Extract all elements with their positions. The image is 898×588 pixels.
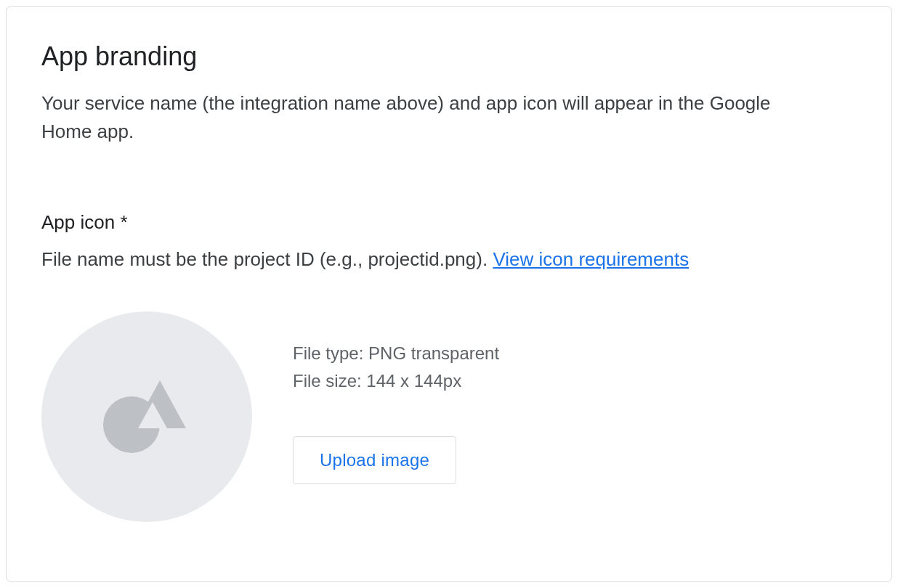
app-icon-placeholder <box>41 311 252 522</box>
upload-image-button[interactable]: Upload image <box>293 436 456 484</box>
upload-details: File type: PNG transparent File size: 14… <box>293 311 499 484</box>
app-icon-field: App icon * File name must be the project… <box>41 211 857 522</box>
app-branding-card: App branding Your service name (the inte… <box>6 6 892 582</box>
section-description: Your service name (the integration name … <box>41 89 804 146</box>
upload-row: File type: PNG transparent File size: 14… <box>41 311 857 522</box>
section-title: App branding <box>41 41 857 72</box>
app-icon-label: App icon * <box>41 211 857 234</box>
app-icon-hint-text: File name must be the project ID (e.g., … <box>41 248 493 270</box>
view-icon-requirements-link[interactable]: View icon requirements <box>493 248 689 270</box>
app-icon-hint: File name must be the project ID (e.g., … <box>41 248 857 271</box>
file-size-spec: File size: 144 x 144px <box>293 368 499 394</box>
file-type-spec: File type: PNG transparent <box>293 340 499 367</box>
image-placeholder-icon <box>96 380 198 453</box>
